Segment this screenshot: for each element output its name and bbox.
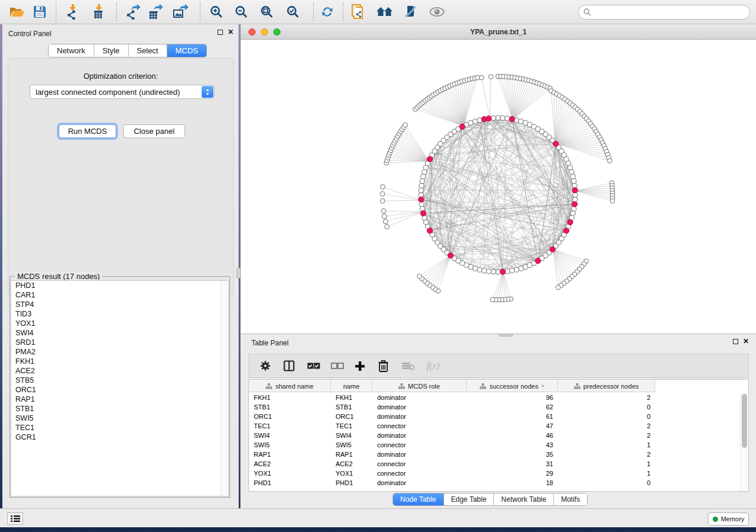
mcds-result-item[interactable]: YOX1	[11, 319, 228, 328]
mcds-result-item[interactable]: PMA2	[11, 347, 228, 357]
mcds-result-item[interactable]: CAR1	[11, 290, 228, 300]
mcds-result-group: MCDS result (17 nodes) PHD1CAR1STP4TID3Y…	[9, 276, 230, 498]
home-icon[interactable]	[375, 2, 395, 22]
table-cell: 2	[558, 432, 655, 439]
table-cell: TEC1	[331, 422, 372, 430]
mcds-result-item[interactable]: STB5	[11, 376, 228, 385]
mcds-result-list[interactable]: PHD1CAR1STP4TID3YOX1SWI4SRD1PMA2FKH1ACE2…	[11, 280, 229, 496]
select-all-icon[interactable]	[307, 363, 320, 370]
mcds-result-item[interactable]: RAP1	[11, 395, 228, 404]
tab-select[interactable]: Select	[128, 44, 167, 57]
cytoscape-window: Control Panel ✕ NetworkStyleSelectMCDS O…	[0, 0, 756, 532]
mcds-result-item[interactable]: SRD1	[11, 338, 228, 347]
export-table-icon[interactable]	[145, 2, 165, 22]
deselect-all-icon[interactable]	[331, 363, 344, 370]
mcds-result-item[interactable]: SWI5	[11, 414, 228, 423]
network-graph	[241, 40, 756, 334]
node-table[interactable]: shared namenameMCDS rolesuccessor nodes˅…	[248, 379, 749, 492]
mcds-result-item[interactable]: GCR1	[11, 432, 228, 442]
table-row[interactable]: SWI4SWI4dominator462	[249, 431, 748, 440]
tab-node-table[interactable]: Node Table	[393, 493, 444, 505]
table-row[interactable]: SWI5SWI5connector431	[249, 440, 748, 450]
table-tree-icon	[574, 383, 580, 389]
eye-icon[interactable]	[427, 2, 447, 22]
export-image-icon[interactable]	[171, 2, 191, 22]
zoom-selected-icon[interactable]	[283, 2, 303, 22]
mcds-result-item[interactable]: TID3	[11, 309, 228, 319]
refresh-icon[interactable]	[317, 2, 337, 22]
tab-mcds[interactable]: MCDS	[167, 44, 206, 57]
mcds-result-item[interactable]: SWI4	[11, 328, 228, 338]
table-cell: SWI4	[249, 432, 331, 439]
optimization-criterion-select[interactable]: largest connected component (undirected)…	[30, 85, 215, 99]
column-header-successor-nodes[interactable]: successor nodes˅	[467, 380, 558, 392]
toolbar-separator	[116, 2, 117, 21]
table-row[interactable]: ACE2ACE2connector311	[249, 459, 748, 469]
close-panel-icon[interactable]: ✕	[228, 29, 234, 35]
table-cell: TEC1	[249, 422, 331, 430]
table-row[interactable]: ORC1ORC1dominator610	[249, 412, 748, 421]
scrollbar-thumb[interactable]	[742, 394, 747, 448]
tab-network-table[interactable]: Network Table	[493, 493, 553, 505]
float-panel-icon[interactable]	[733, 339, 738, 344]
column-header-shared-name[interactable]: shared name	[249, 380, 331, 392]
mcds-result-item[interactable]: ACE2	[11, 366, 228, 376]
table-row[interactable]: YOX1YOX1connector291	[249, 469, 748, 478]
close-panel-icon[interactable]: ✕	[743, 338, 749, 344]
trash-icon[interactable]	[378, 360, 391, 372]
tab-network[interactable]: Network	[49, 44, 94, 57]
gear-icon[interactable]	[260, 360, 273, 371]
network-canvas[interactable]	[241, 40, 756, 334]
table-panel-title: Table Panel	[251, 339, 289, 347]
zoom-fit-icon[interactable]	[257, 2, 277, 22]
open-file-icon[interactable]	[7, 2, 27, 22]
table-row[interactable]: TEC1TEC1connector472	[249, 421, 748, 431]
mcds-result-item[interactable]: STB1	[11, 404, 228, 414]
import-network-icon[interactable]	[63, 2, 83, 22]
save-icon[interactable]	[30, 2, 50, 22]
add-icon[interactable]	[355, 361, 368, 371]
table-cell: 0	[558, 403, 655, 411]
table-row[interactable]: FKH1FKH1dominator962	[249, 393, 748, 402]
export-network-icon[interactable]	[123, 2, 143, 22]
table-cell: STB1	[249, 403, 331, 411]
table-cell: SWI4	[331, 432, 372, 439]
memory-button[interactable]: Memory	[708, 512, 749, 525]
table-row[interactable]: STB1STB1dominator620	[249, 402, 748, 412]
table-row[interactable]: RAP1RAP1dominator352	[249, 450, 748, 459]
column-header-name[interactable]: name	[331, 380, 372, 392]
run-mcds-button[interactable]: Run MCDS	[59, 124, 116, 138]
clone-network-icon[interactable]	[349, 2, 369, 22]
scrollbar-track[interactable]	[740, 393, 748, 491]
task-history-button[interactable]	[7, 512, 23, 525]
mcds-result-item[interactable]: FKH1	[11, 357, 228, 366]
table-cell: 96	[467, 394, 558, 401]
splitter-grip[interactable]	[499, 334, 513, 336]
mcds-result-item[interactable]: TEC1	[11, 423, 228, 432]
mcds-result-item[interactable]: PHD1	[11, 281, 228, 290]
tab-edge-table[interactable]: Edge Table	[444, 493, 494, 505]
zoom-in-icon[interactable]	[206, 2, 227, 22]
status-bar: Memory	[0, 508, 756, 527]
search-box[interactable]	[578, 5, 750, 20]
table-cell: 2	[558, 394, 655, 401]
table-cell: dominator	[372, 403, 467, 411]
columns-icon[interactable]	[283, 360, 296, 371]
scrollbar-track[interactable]	[221, 281, 228, 496]
control-panel: Control Panel ✕ NetworkStyleSelectMCDS O…	[2, 24, 239, 508]
table-row[interactable]: PHD1PHD1dominator180	[249, 478, 748, 488]
search-input[interactable]	[594, 8, 749, 17]
hide-panel-icon[interactable]	[400, 2, 420, 22]
import-table-icon[interactable]	[88, 2, 109, 22]
column-header-MCDS-role[interactable]: MCDS role	[372, 380, 467, 392]
network-window-titlebar[interactable]: YPA_prune.txt_1	[241, 24, 756, 40]
column-header-predecessor-nodes[interactable]: predecessor nodes	[558, 380, 655, 392]
close-panel-button[interactable]: Close panel	[123, 124, 185, 138]
float-panel-icon[interactable]	[218, 30, 223, 35]
mcds-result-item[interactable]: STP4	[11, 300, 228, 309]
delete-table-icon	[402, 362, 415, 370]
tab-style[interactable]: Style	[94, 44, 128, 57]
zoom-out-icon[interactable]	[231, 2, 251, 22]
tab-motifs[interactable]: Motifs	[553, 493, 587, 505]
mcds-result-item[interactable]: ORC1	[11, 385, 228, 395]
